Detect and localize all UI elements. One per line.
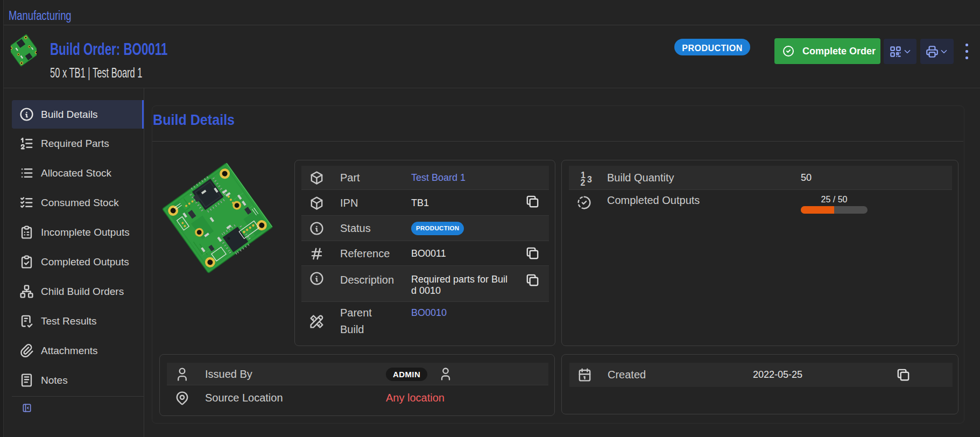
svg-text:2: 2 — [580, 178, 585, 186]
svg-text:3: 3 — [587, 175, 592, 184]
